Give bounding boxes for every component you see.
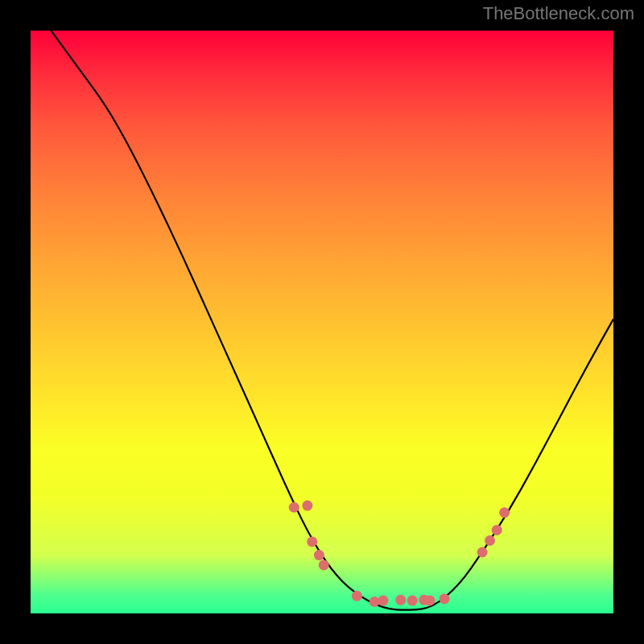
data-marker	[319, 559, 329, 570]
data-marker	[289, 502, 299, 513]
data-marker	[499, 507, 510, 518]
bottleneck-curve	[51, 31, 613, 610]
data-marker	[477, 547, 488, 557]
data-marker	[485, 535, 495, 546]
data-marker	[424, 596, 435, 606]
source-link[interactable]: TheBottleneck.com	[483, 3, 634, 24]
chart-plot-area	[31, 31, 613, 613]
data-marker	[352, 591, 362, 601]
data-marker	[378, 596, 389, 606]
data-markers	[289, 501, 510, 607]
data-marker	[302, 501, 312, 511]
chart-svg	[31, 31, 613, 613]
data-marker	[307, 536, 317, 547]
data-marker	[314, 550, 324, 560]
data-marker	[407, 596, 418, 606]
data-marker	[395, 595, 406, 605]
data-marker	[492, 525, 502, 535]
data-marker	[440, 593, 450, 604]
